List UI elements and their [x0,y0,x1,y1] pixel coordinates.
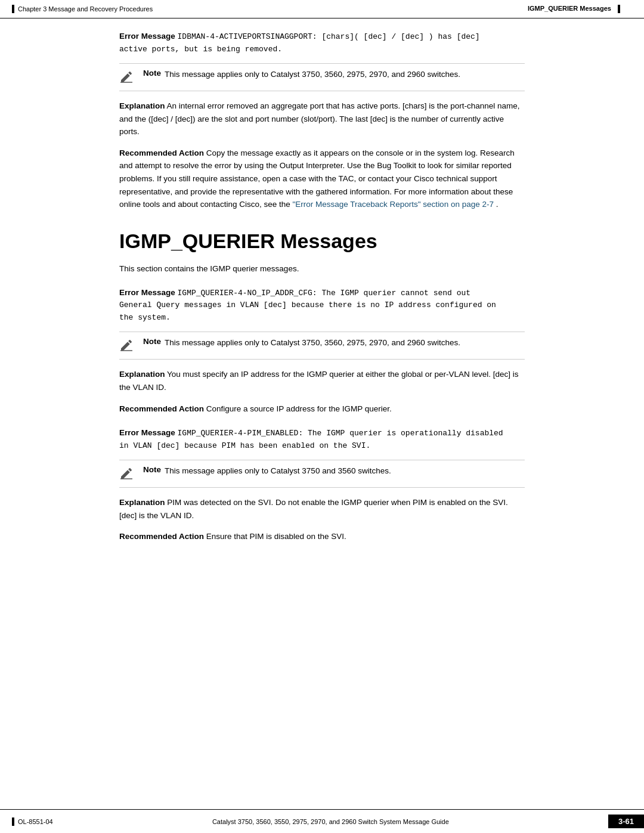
igmp-recommended-1-label: Recommended Action [119,404,204,413]
top-recommended-label: Recommended Action [119,148,204,157]
top-explanation-text: An internal error removed an aggregate p… [119,101,520,136]
igmp-explanation-2-text: PIM was detected on the SVI. Do not enab… [119,498,508,520]
top-note-container: Note This message applies only to Cataly… [119,63,525,91]
igmp-explanation-1-block: Explanation You must specify an IP addre… [119,368,525,394]
igmp-error-1-code: IGMP_QUERIER-4-NO_IP_ADDR_CFG: The IGMP … [119,289,496,322]
page-header: Chapter 3 Message and Recovery Procedure… [0,0,644,18]
page-container: Chapter 3 Message and Recovery Procedure… [0,0,644,833]
top-recommended-end: . [496,200,499,209]
igmp-note-2-container: Note This message applies only to Cataly… [119,460,525,488]
igmp-recommended-1-block: Recommended Action Configure a source IP… [119,402,525,416]
igmp-note-2-text: This message applies only to Catalyst 37… [165,465,391,477]
pencil-icon [119,70,134,84]
igmp-note-2-icon [119,466,137,482]
igmp-note-1-content: Note This message applies only to Cataly… [143,337,525,349]
top-recommended-action-block: Recommended Action Copy the message exac… [119,147,525,211]
footer-center: Catalyst 3750, 3560, 3550, 2975, 2970, a… [53,818,608,825]
igmp-recommended-2-block: Recommended Action Ensure that PIM is di… [119,530,525,543]
igmp-querier-heading: IGMP_QUERIER Messages [119,229,525,253]
pencil-icon-2 [119,338,134,352]
traceback-link[interactable]: "Error Message Traceback Reports" sectio… [292,200,494,209]
igmp-explanation-1-text: You must specify an IP address for the I… [119,370,519,392]
footer-center-text: Catalyst 3750, 3560, 3550, 2975, 2970, a… [212,818,449,825]
igmp-note-2-content: Note This message applies only to Cataly… [143,465,525,477]
note-icon [119,70,137,86]
top-note-text: This message applies only to Catalyst 37… [165,69,460,80]
igmp-explanation-1-label: Explanation [119,370,165,379]
top-explanation-block: Explanation An internal error removed an… [119,100,525,138]
header-left: Chapter 3 Message and Recovery Procedure… [12,5,153,13]
header-bar [12,5,14,13]
igmp-recommended-1-text: Configure a source IP address for the IG… [206,404,392,413]
igmp-note-1-container: Note This message applies only to Cataly… [119,332,525,360]
igmp-recommended-2-label: Recommended Action [119,532,204,541]
footer-bar [12,817,14,826]
igmp-error-2-label: Error Message [119,428,175,437]
main-content: Error Message IDBMAN-4-ACTIVEPORTSINAGGP… [0,18,644,833]
igmp-error-1-block: Error Message IGMP_QUERIER-4-NO_IP_ADDR_… [119,287,525,324]
top-note-content: Note This message applies only to Cataly… [143,69,525,80]
footer-doc-id: OL-8551-04 [18,818,53,825]
igmp-recommended-2-text: Ensure that PIM is disabled on the SVI. [206,532,346,541]
header-chapter: Chapter 3 Message and Recovery Procedure… [18,5,153,13]
top-explanation-label: Explanation [119,101,165,110]
igmp-note-1-icon [119,338,137,354]
top-error-label: Error Message [119,32,175,41]
igmp-note-1-text: This message applies only to Catalyst 37… [165,337,460,349]
igmp-querier-intro: This section contains the IGMP querier m… [119,263,525,275]
igmp-explanation-2-block: Explanation PIM was detected on the SVI.… [119,496,525,522]
footer-page-number: 3-61 [608,815,644,828]
page-footer: OL-8551-04 Catalyst 3750, 3560, 3550, 29… [0,809,644,833]
igmp-explanation-2-label: Explanation [119,498,165,507]
igmp-error-2-code: IGMP_QUERIER-4-PIM_ENABLED: The IGMP que… [119,429,503,450]
header-bar-right [618,5,620,13]
igmp-error-1-label: Error Message [119,288,175,297]
header-section: IGMP_QUERIER Messages [528,5,611,12]
top-note-label: Note [143,69,161,78]
igmp-note-2-label: Note [143,465,161,474]
top-error-message-block: Error Message IDBMAN-4-ACTIVEPORTSINAGGP… [119,30,525,55]
igmp-error-2-block: Error Message IGMP_QUERIER-4-PIM_ENABLED… [119,427,525,451]
pencil-icon-3 [119,466,134,481]
igmp-note-1-label: Note [143,337,161,346]
header-right: IGMP_QUERIER Messages [528,5,620,13]
footer-left: OL-8551-04 [12,817,53,826]
